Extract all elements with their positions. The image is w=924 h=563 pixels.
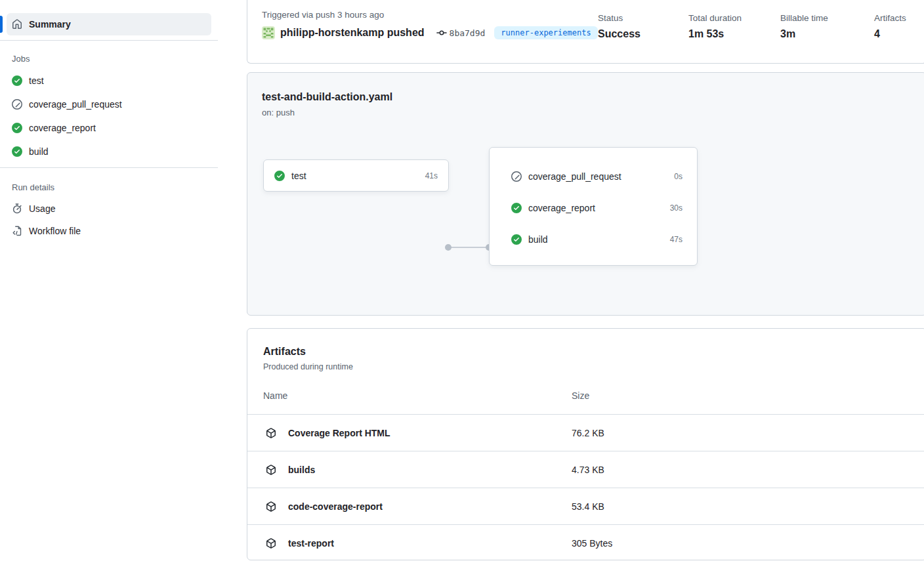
artifact-download-link[interactable]: code-coverage-report (266, 488, 383, 524)
package-icon (266, 465, 276, 475)
artifacts-count-value: 4 (874, 28, 906, 40)
workflow-run-page: Summary Jobs test coverage_pull_request … (0, 0, 924, 563)
commit-sha-link[interactable]: 8ba7d9d (450, 28, 486, 38)
avatar[interactable] (262, 26, 275, 39)
jobs-section-label: Jobs (0, 41, 218, 66)
stat-label: Billable time (780, 13, 874, 23)
column-header-name: Name (263, 390, 287, 401)
graph-connector-dot (445, 244, 452, 251)
git-commit-icon (436, 28, 447, 38)
job-label: build (29, 146, 49, 157)
skip-circle-icon (12, 99, 22, 110)
sidebar-job-test[interactable]: test (0, 69, 218, 93)
sidebar: Summary Jobs test coverage_pull_request … (0, 0, 218, 242)
check-circle-icon (274, 171, 285, 181)
graph-job-duration: 0s (674, 172, 682, 181)
check-circle-icon (12, 146, 22, 157)
sidebar-item-usage[interactable]: Usage (0, 198, 218, 220)
branch-badge[interactable]: runner-experiements (494, 26, 597, 39)
home-icon (12, 19, 22, 30)
skip-circle-icon (511, 171, 522, 182)
artifact-size: 305 Bytes (572, 525, 612, 561)
graph-job-label: test (291, 171, 306, 181)
artifact-row: Coverage Report HTML 76.2 KB (247, 414, 924, 451)
graph-job-label: build (528, 234, 548, 245)
artifacts-title: Artifacts (247, 346, 924, 358)
package-icon (266, 501, 276, 512)
graph-job-duration: 47s (670, 235, 682, 244)
jobs-list: test coverage_pull_request coverage_repo… (0, 66, 218, 163)
stat-label: Artifacts (874, 13, 906, 23)
check-circle-icon (511, 203, 522, 213)
sidebar-job-coverage-report[interactable]: coverage_report (0, 116, 218, 140)
job-label: test (29, 75, 44, 86)
artifacts-table: Coverage Report HTML 76.2 KB builds 4.73… (247, 414, 924, 561)
sidebar-item-workflow-file[interactable]: Workflow file (0, 220, 218, 242)
sidebar-item-summary[interactable]: Summary (7, 13, 211, 35)
artifact-row: code-coverage-report 53.4 KB (247, 488, 924, 524)
job-label: coverage_pull_request (29, 99, 122, 110)
artifact-download-link[interactable]: builds (266, 451, 315, 488)
actor-pushed-text[interactable]: philipp-horstenkamp pushed (280, 27, 425, 39)
stopwatch-icon (12, 203, 22, 214)
artifact-download-link[interactable]: test-report (266, 525, 334, 561)
graph-node-test[interactable]: test 41s (263, 159, 449, 192)
artifact-size: 76.2 KB (572, 415, 604, 451)
identicon (262, 26, 275, 39)
workflow-file-icon (12, 226, 22, 236)
graph-job-duration: 30s (670, 203, 682, 213)
package-icon (266, 428, 276, 438)
artifact-row: test-report 305 Bytes (247, 524, 924, 561)
workflow-graph-card: test-and-build-action.yaml on: push test… (247, 72, 924, 316)
artifact-name: builds (288, 465, 315, 475)
graph-node-build[interactable]: build 47s (490, 224, 697, 255)
graph-dependent-group: coverage_pull_request 0s coverage_report… (489, 147, 698, 266)
check-circle-icon (12, 123, 22, 133)
main-content: Triggered via push 3 hours ago philipp-h… (247, 0, 924, 560)
check-circle-icon (12, 75, 22, 86)
artifact-size: 53.4 KB (572, 488, 604, 524)
artifact-name: code-coverage-report (288, 501, 383, 512)
run-detail-label: Usage (29, 203, 55, 214)
selected-accent-bar (0, 16, 3, 33)
graph-job-label: coverage_report (528, 203, 595, 213)
stat-label: Status (598, 13, 688, 23)
summary-label: Summary (29, 19, 71, 30)
run-header-card: Triggered via push 3 hours ago philipp-h… (247, 0, 924, 64)
graph-node-coverage-report[interactable]: coverage_report 30s (490, 192, 697, 224)
run-detail-label: Workflow file (29, 226, 81, 236)
graph-connector-line (449, 247, 489, 248)
sidebar-job-coverage-pull-request[interactable]: coverage_pull_request (0, 93, 218, 116)
run-details-section-label: Run details (0, 168, 218, 195)
check-circle-icon (511, 234, 522, 245)
billable-time-value: 3m (780, 28, 874, 40)
graph-job-duration: 41s (425, 171, 438, 180)
workflow-file-name: test-and-build-action.yaml (262, 91, 912, 103)
artifact-name: Coverage Report HTML (288, 428, 390, 438)
artifacts-card: Artifacts Produced during runtime Name S… (247, 328, 924, 560)
artifact-size: 4.73 KB (572, 451, 604, 488)
artifact-row: builds 4.73 KB (247, 451, 924, 488)
artifacts-subtitle: Produced during runtime (247, 362, 924, 371)
artifact-download-link[interactable]: Coverage Report HTML (266, 415, 390, 451)
total-duration-value: 1m 53s (688, 28, 780, 40)
workflow-trigger: on: push (262, 108, 912, 117)
run-stats: Status Success Total duration 1m 53s Bil… (598, 13, 906, 40)
column-header-size: Size (572, 390, 589, 401)
stat-label: Total duration (688, 13, 780, 23)
graph-node-coverage-pull-request[interactable]: coverage_pull_request 0s (490, 161, 697, 192)
status-value: Success (598, 28, 688, 40)
sidebar-job-build[interactable]: build (0, 140, 218, 163)
graph-job-label: coverage_pull_request (528, 171, 621, 182)
job-label: coverage_report (29, 123, 96, 133)
artifact-name: test-report (288, 538, 334, 549)
package-icon (266, 538, 276, 549)
